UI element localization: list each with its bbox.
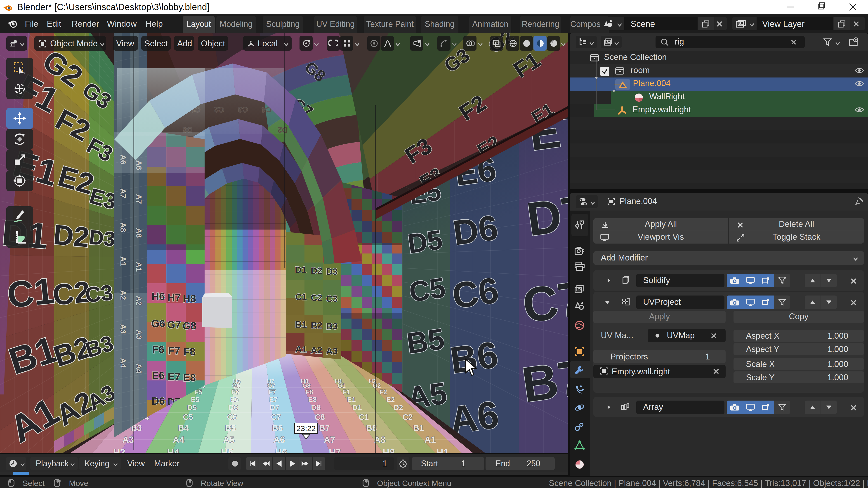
- svg-text:D7: D7: [524, 185, 568, 246]
- svg-text:D6: D6: [451, 207, 500, 253]
- svg-text:H7: H7: [167, 292, 181, 303]
- svg-text:C5: C5: [407, 272, 447, 308]
- svg-text:A2: A2: [311, 345, 322, 355]
- svg-text:E1: E1: [347, 396, 356, 404]
- svg-text:E7: E7: [269, 396, 278, 404]
- svg-text:G8: G8: [302, 382, 311, 389]
- svg-text:D2: D2: [311, 266, 322, 275]
- svg-text:D2: D2: [52, 219, 91, 253]
- svg-text:D5: D5: [187, 403, 197, 412]
- svg-text:E8: E8: [308, 396, 317, 404]
- svg-text:A1: A1: [424, 435, 436, 445]
- svg-text:A4: A4: [119, 358, 127, 368]
- svg-text:G1: G1: [338, 382, 346, 389]
- svg-text:C3: C3: [84, 280, 114, 307]
- svg-text:F7: F7: [168, 345, 180, 357]
- svg-text:C3: C3: [326, 294, 338, 304]
- svg-text:F8: F8: [183, 346, 195, 358]
- svg-text:C5: C5: [183, 413, 193, 422]
- svg-text:H7: H7: [329, 447, 341, 453]
- svg-text:A8: A8: [135, 228, 143, 238]
- svg-text:F7: F7: [268, 388, 276, 396]
- svg-text:A2: A2: [135, 296, 143, 305]
- svg-text:C6: C6: [450, 270, 501, 316]
- svg-text:A7: A7: [135, 194, 143, 204]
- svg-text:H8: H8: [382, 447, 395, 453]
- svg-text:C1: C1: [295, 292, 307, 302]
- svg-text:B7: B7: [319, 423, 330, 433]
- svg-text:B2: B2: [311, 320, 322, 330]
- svg-text:E6: E6: [152, 369, 164, 381]
- svg-text:D6: D6: [152, 395, 165, 407]
- svg-text:D1: D1: [352, 403, 362, 412]
- svg-text:A1: A1: [135, 262, 143, 271]
- svg-text:D2: D2: [394, 403, 403, 412]
- svg-text:E6: E6: [230, 396, 239, 404]
- svg-text:B3: B3: [326, 321, 338, 331]
- svg-text:C1: C1: [359, 413, 369, 422]
- svg-text:H4: H4: [167, 447, 180, 453]
- svg-text:G7: G7: [267, 382, 276, 389]
- svg-text:A4: A4: [173, 435, 185, 445]
- svg-text:B5: B5: [225, 423, 236, 433]
- svg-text:C1: C1: [5, 270, 56, 316]
- svg-text:B5: B5: [405, 322, 446, 360]
- svg-text:A3: A3: [122, 435, 134, 445]
- svg-text:G6: G6: [151, 318, 165, 329]
- svg-text:B8: B8: [366, 423, 377, 433]
- svg-text:C2: C2: [403, 413, 413, 422]
- svg-text:C8: C8: [315, 413, 325, 422]
- svg-text:C2: C2: [311, 293, 322, 303]
- svg-text:A3: A3: [135, 330, 143, 339]
- svg-text:F1: F1: [342, 388, 350, 396]
- svg-text:F6: F6: [231, 388, 239, 396]
- svg-text:D8: D8: [311, 403, 320, 412]
- svg-text:H1: H1: [436, 447, 449, 453]
- svg-text:B7: B7: [519, 349, 568, 413]
- svg-text:A7: A7: [119, 188, 127, 198]
- svg-text:A5: A5: [223, 435, 235, 445]
- svg-text:F2: F2: [379, 388, 387, 396]
- svg-text:F8: F8: [305, 388, 313, 396]
- svg-text:B6: B6: [272, 423, 283, 433]
- svg-text:D3: D3: [326, 267, 338, 276]
- svg-text:E7: E7: [168, 371, 180, 383]
- svg-text:B4: B4: [178, 423, 189, 433]
- svg-text:G2: G2: [373, 382, 381, 389]
- svg-text:E8: E8: [183, 372, 196, 384]
- svg-text:E2: E2: [386, 396, 395, 404]
- svg-text:F6: F6: [152, 344, 164, 355]
- svg-text:G6: G6: [232, 382, 240, 389]
- svg-text:B1: B1: [413, 423, 424, 433]
- svg-text:D3: D3: [88, 226, 116, 251]
- svg-text:A2: A2: [119, 290, 127, 300]
- svg-text:H8: H8: [183, 293, 196, 304]
- svg-text:G7: G7: [167, 319, 181, 330]
- svg-text:D5: D5: [406, 224, 444, 259]
- svg-text:G8: G8: [182, 320, 196, 332]
- svg-text:A3: A3: [326, 346, 338, 356]
- svg-text:H3: H3: [113, 447, 126, 453]
- svg-text:A3: A3: [119, 324, 127, 334]
- svg-text:H6: H6: [152, 291, 165, 302]
- svg-text:D1: D1: [295, 265, 306, 275]
- svg-text:C7: C7: [271, 413, 281, 422]
- svg-text:H5: H5: [221, 447, 233, 453]
- svg-text:A7: A7: [324, 435, 336, 445]
- svg-text:E5: E5: [191, 396, 199, 404]
- svg-text:A4: A4: [135, 363, 143, 373]
- svg-text:C7: C7: [519, 270, 568, 333]
- svg-text:D6: D6: [228, 403, 238, 412]
- svg-text:A8: A8: [119, 222, 127, 232]
- svg-text:A1: A1: [295, 344, 307, 354]
- svg-text:H6: H6: [275, 447, 287, 453]
- svg-text:A6: A6: [273, 435, 285, 445]
- svg-text:D7: D7: [270, 403, 279, 412]
- svg-text:B1: B1: [295, 320, 307, 329]
- svg-text:C6: C6: [227, 413, 237, 422]
- svg-text:A1: A1: [119, 256, 127, 266]
